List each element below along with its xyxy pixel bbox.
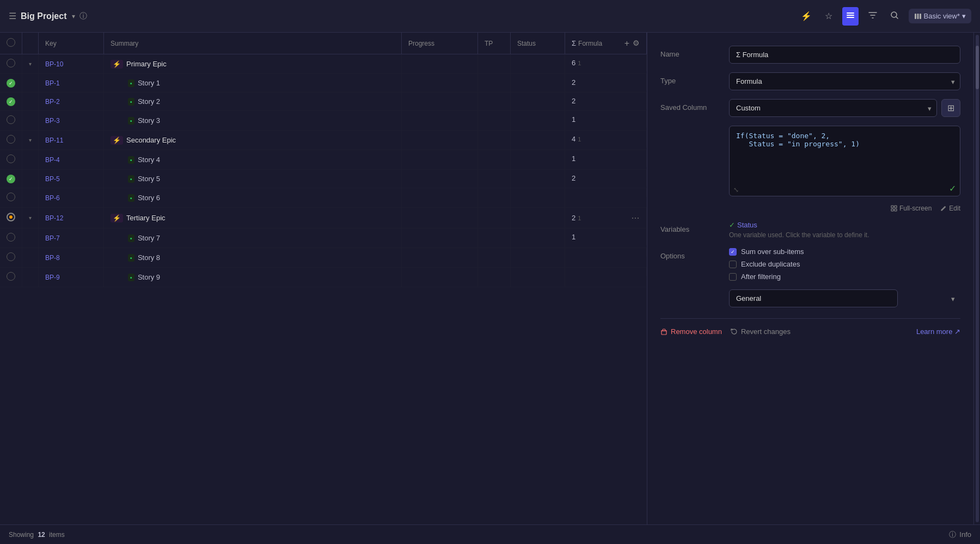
expand-cell[interactable]: ▾ (22, 131, 39, 150)
svg-rect-9 (891, 209, 893, 211)
type-label: Type (660, 72, 720, 85)
saved-column-label: Saved Column (660, 99, 720, 112)
epic-name: Tertiary Epic (126, 214, 166, 222)
circle-cell (0, 188, 22, 208)
view-arrow: ▾ (962, 12, 966, 20)
project-header: ☰ Big Project ▾ ⓘ (9, 11, 87, 21)
exclude-checkbox[interactable] (729, 261, 737, 268)
expand-cell (22, 188, 39, 208)
tp-cell (478, 54, 511, 74)
expand-cell[interactable]: ▾ (22, 54, 39, 74)
type-select[interactable]: Formula Number Text Date (729, 72, 960, 90)
table-body: ▾ BP-10 ⚡ Primary Epic 61 ✓ BP-1 ▪ Story… (0, 54, 647, 287)
tp-cell (478, 92, 511, 111)
fullscreen-link[interactable]: Full-screen (891, 205, 932, 212)
story-name: Story 2 (138, 97, 160, 106)
column-settings-icon[interactable]: ⚙ (633, 39, 640, 48)
svg-rect-11 (661, 331, 666, 335)
tp-cell (478, 188, 511, 208)
circle-cell (0, 248, 22, 268)
table-row: BP-7 ▪ Story 7 1 (0, 228, 647, 248)
search-icon[interactable] (887, 8, 902, 25)
footer-left-actions: Remove column Revert changes (660, 327, 791, 336)
view-selector[interactable]: Basic view* ▾ (909, 9, 971, 23)
key-cell[interactable]: BP-2 (39, 92, 104, 111)
formula-cell (565, 188, 647, 197)
key-cell[interactable]: BP-5 (39, 170, 104, 188)
key-cell[interactable]: BP-8 (39, 248, 104, 268)
story-icon: ▪ (128, 175, 134, 183)
edit-link[interactable]: Edit (940, 205, 960, 212)
progress-cell (402, 92, 478, 111)
more-button[interactable]: ··· (631, 212, 639, 224)
table-row: ▾ BP-12 ⚡ Tertiary Epic 21 ··· (0, 208, 647, 228)
info-button[interactable]: ⓘ Info (949, 530, 971, 540)
general-select[interactable]: General Number Percentage (729, 289, 898, 307)
epic-name: Secondary Epic (126, 136, 176, 144)
project-name: Big Project (21, 11, 66, 21)
saved-select-wrapper: Custom None ▾ ⊞ (729, 99, 960, 117)
key-cell[interactable]: BP-4 (39, 150, 104, 170)
flash-icon[interactable]: ⚡ (798, 8, 815, 24)
scrollbar-thumb[interactable] (976, 46, 979, 89)
variable-name: Status (737, 221, 757, 229)
status-cell (511, 228, 565, 248)
fullscreen-label: Full-screen (899, 205, 932, 212)
formula-resize-icon[interactable]: ⤡ (733, 186, 739, 194)
tp-cell (478, 111, 511, 131)
epic-icon: ⚡ (111, 136, 123, 145)
key-cell[interactable]: BP-6 (39, 188, 104, 208)
formula-cell: 21 ··· (565, 208, 647, 228)
key-cell[interactable]: BP-12 (39, 208, 104, 228)
key-cell[interactable]: BP-9 (39, 268, 104, 287)
formula-valid-icon: ✓ (949, 183, 956, 194)
project-dropdown-arrow[interactable]: ▾ (72, 13, 75, 20)
status-cell (511, 54, 565, 74)
add-column-icon[interactable]: + (624, 39, 629, 48)
saved-column-select[interactable]: Custom None (729, 99, 937, 117)
key-cell[interactable]: BP-7 (39, 228, 104, 248)
summary-cell: ⚡ Secondary Epic (104, 131, 402, 150)
project-info-icon[interactable]: ⓘ (79, 11, 87, 21)
svg-rect-6 (920, 14, 921, 19)
formula-cell: 1 (565, 228, 647, 245)
name-input[interactable] (729, 46, 960, 64)
sum-checkbox[interactable]: ✓ (729, 248, 737, 256)
th-summary: Summary (104, 33, 402, 54)
saved-column-icon-button[interactable]: ⊞ (941, 99, 960, 117)
formula-textarea[interactable]: If(Status = "done", 2, Status = "in prog… (729, 126, 960, 196)
story-name: Story 3 (138, 116, 160, 125)
story-icon: ▪ (128, 117, 134, 125)
key-cell[interactable]: BP-3 (39, 111, 104, 131)
tp-cell (478, 248, 511, 268)
key-cell[interactable]: BP-10 (39, 54, 104, 74)
tp-cell (478, 150, 511, 170)
layers-icon[interactable] (842, 7, 859, 26)
svg-rect-4 (915, 14, 916, 19)
filter-icon[interactable] (865, 8, 880, 25)
status-variable[interactable]: ✓ Status (729, 221, 757, 229)
expand-cell[interactable]: ▾ (22, 208, 39, 228)
svg-rect-1 (847, 15, 854, 16)
learn-more-link[interactable]: Learn more ↗ (916, 327, 960, 336)
revert-changes-button[interactable]: Revert changes (731, 327, 791, 336)
summary-cell: ▪ Story 5 (104, 170, 402, 188)
story-name: Story 7 (138, 234, 160, 242)
sum-checkbox-row[interactable]: ✓ Sum over sub-items (729, 248, 804, 256)
table-header: Key Summary Progress TP Status Σ Formula (0, 33, 647, 54)
key-cell[interactable]: BP-1 (39, 74, 104, 92)
remove-column-button[interactable]: Remove column (660, 327, 722, 336)
exclude-checkbox-row[interactable]: Exclude duplicates (729, 260, 804, 268)
filter-checkbox-row[interactable]: After filtering (729, 273, 804, 281)
options-label: Options (660, 248, 720, 260)
expand-cell (22, 248, 39, 268)
circle-cell: ✓ (0, 74, 22, 92)
star-icon[interactable]: ☆ (822, 8, 836, 24)
summary-cell: ⚡ Primary Epic (104, 54, 402, 74)
circle-cell (0, 150, 22, 170)
filter-checkbox[interactable] (729, 273, 737, 281)
th-circle (0, 33, 22, 54)
key-cell[interactable]: BP-11 (39, 131, 104, 150)
progress-cell (402, 248, 478, 268)
issues-table: Key Summary Progress TP Status Σ Formula (0, 33, 647, 287)
